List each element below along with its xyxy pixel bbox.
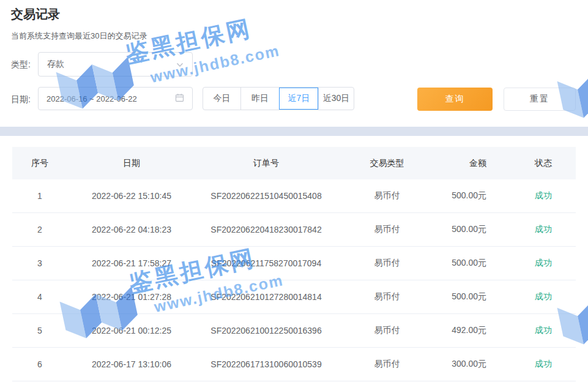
transactions-table: 序号 日期 订单号 交易类型 金额 状态 1 2022-06-22 15:10:… (12, 147, 576, 381)
quick-range-button[interactable]: 近30日 (318, 88, 354, 110)
status-badge: 成功 (511, 247, 576, 280)
cell-date: 2022-06-21 00:12:25 (67, 314, 196, 348)
chevron-down-icon (176, 59, 184, 69)
column-header-date: 日期 (67, 147, 196, 179)
table-row: 6 2022-06-17 13:10:06 SF2022061713100600… (12, 348, 576, 381)
cell-transaction-type: 易币付 (337, 348, 437, 381)
cell-no: 5 (12, 314, 67, 348)
cell-order-number: SF202206210012250016396 (196, 314, 337, 348)
watermark: 鉴黑担保网 www.jhdb8.com (48, 0, 349, 160)
page-title: 交易记录 (11, 6, 60, 23)
cell-date: 2022-06-21 01:27:28 (67, 280, 196, 314)
cell-transaction-type: 易币付 (337, 213, 437, 247)
status-badge: 成功 (511, 179, 576, 213)
table-row: 1 2022-06-22 15:10:45 SF2022062215104500… (12, 179, 576, 213)
cell-amount: 500.00元 (437, 247, 511, 280)
cell-transaction-type: 易币付 (337, 280, 437, 314)
cell-transaction-type: 易币付 (337, 179, 437, 213)
search-button[interactable]: 查询 (417, 88, 493, 111)
watermark: 鉴黑担保网 www.jhdb8.com (549, 0, 588, 170)
table-row: 2 2022-06-22 04:18:23 SF2022062204182300… (12, 213, 576, 247)
cell-amount: 500.00元 (437, 280, 511, 314)
cell-transaction-type: 易币付 (337, 314, 437, 348)
status-badge: 成功 (511, 348, 576, 381)
cell-no: 2 (12, 213, 67, 247)
cell-no: 3 (12, 247, 67, 280)
cell-order-number: SF202206221510450015408 (196, 179, 337, 213)
cell-no: 6 (12, 348, 67, 381)
reset-button[interactable]: 重置 (504, 88, 576, 111)
cell-amount: 300.00元 (437, 348, 511, 381)
cell-order-number: SF202206211758270017094 (196, 247, 337, 280)
type-label: 类型: (11, 59, 31, 70)
column-header-status: 状态 (511, 147, 576, 179)
cell-date: 2022-06-22 04:18:23 (67, 213, 196, 247)
status-badge: 成功 (511, 280, 576, 314)
cell-order-number: SF202206220418230017842 (196, 213, 337, 247)
cell-date: 2022-06-22 15:10:45 (67, 179, 196, 213)
status-badge: 成功 (511, 314, 576, 348)
date-label: 日期: (11, 94, 31, 105)
date-range-input[interactable]: 2022-06-16 ~ 2022-06-22 (38, 87, 193, 110)
calendar-icon (175, 93, 184, 104)
column-header-type: 交易类型 (337, 147, 437, 179)
cell-transaction-type: 易币付 (337, 247, 437, 280)
date-range-value: 2022-06-16 ~ 2022-06-22 (47, 94, 137, 103)
section-divider-band (0, 127, 588, 136)
cell-order-number: SF202206171310060010539 (196, 348, 337, 381)
column-header-no: 序号 (12, 147, 67, 179)
quick-range-group: 今日昨日近7日近30日 (203, 87, 354, 110)
cell-amount: 492.00元 (437, 314, 511, 348)
column-header-amount: 金额 (437, 147, 511, 179)
type-select[interactable]: 存款 (38, 52, 193, 77)
cell-amount: 500.00元 (437, 213, 511, 247)
cell-date: 2022-06-21 17:58:27 (67, 247, 196, 280)
cell-order-number: SF202206210127280014814 (196, 280, 337, 314)
status-badge: 成功 (511, 213, 576, 247)
cell-no: 4 (12, 280, 67, 314)
type-select-value: 存款 (47, 59, 64, 70)
column-header-order: 订单号 (196, 147, 337, 179)
table-row: 3 2022-06-21 17:58:27 SF2022062117582700… (12, 247, 576, 280)
quick-range-button[interactable]: 今日 (203, 88, 240, 110)
table-row: 5 2022-06-21 00:12:25 SF2022062100122500… (12, 314, 576, 348)
cell-date: 2022-06-17 13:10:06 (67, 348, 196, 381)
quick-range-button[interactable]: 近7日 (279, 88, 318, 110)
page-subtitle: 当前系统支持查询最近30日的交易记录 (11, 31, 147, 42)
cell-amount: 500.00元 (437, 179, 511, 213)
table-header-row: 序号 日期 订单号 交易类型 金额 状态 (12, 147, 576, 179)
table-row: 4 2022-06-21 01:27:28 SF2022062101272800… (12, 280, 576, 314)
cell-no: 1 (12, 179, 67, 213)
quick-range-button[interactable]: 昨日 (240, 88, 279, 110)
